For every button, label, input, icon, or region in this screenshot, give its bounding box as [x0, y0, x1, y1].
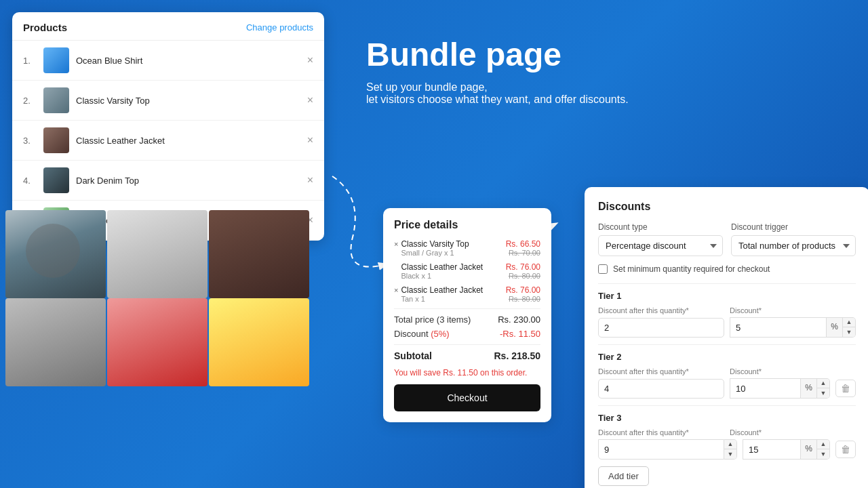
tier-1-qty-input[interactable]: [598, 318, 724, 338]
price-panel-title: Price details: [394, 219, 540, 231]
showcase-img-5: [107, 298, 208, 386]
price-total-row: Total price (3 items) Rs. 230.00: [394, 314, 540, 325]
price-x-1: ×: [394, 240, 398, 248]
change-products-link[interactable]: Change products: [246, 22, 313, 33]
showcase-item-5: [102, 298, 203, 386]
price-x-3: ×: [394, 286, 398, 294]
tier-3-qty-input[interactable]: [598, 439, 724, 460]
product-item: 4. Dark Denim Top ×: [12, 161, 324, 201]
min-qty-label: Set minimum quantity required for checko…: [613, 264, 770, 274]
discounts-panel: Discounts Discount type Percentage disco…: [585, 187, 868, 488]
tier-3-qty-spin-up[interactable]: ▲: [724, 440, 736, 449]
product-remove-btn[interactable]: ×: [307, 55, 313, 66]
discount-type-col: Discount type Percentage discount: [598, 222, 723, 256]
add-tier-button[interactable]: Add tier: [598, 466, 649, 486]
hero-title: Bundle page: [366, 37, 629, 73]
tier-2-delete-btn[interactable]: 🗑: [835, 380, 856, 397]
product-name: Classic Varsity Top: [76, 96, 300, 106]
tier-3-discount-group: % ▲ ▼: [743, 439, 830, 460]
product-item: 2. Classic Varsity Top ×: [12, 81, 324, 121]
tier-3-row: ▲ ▼ % ▲ ▼ 🗑: [598, 439, 856, 460]
price-discount-label: Discount (5%): [394, 329, 450, 339]
tier-2-spin-up[interactable]: ▲: [817, 379, 829, 388]
tier-3-qty-label: Discount after this quantity*: [598, 428, 724, 436]
product-num: 2.: [23, 96, 37, 106]
price-discount-row: Discount (5%) -Rs. 11.50: [394, 329, 540, 339]
product-thumb: [43, 87, 69, 113]
price-original-3: Rs. 80.00: [509, 295, 540, 303]
product-name: Dark Denim Top: [76, 176, 300, 186]
discount-type-row: Discount type Percentage discount Discou…: [598, 222, 856, 256]
tier-1-discount-input[interactable]: [730, 317, 827, 338]
tier-1-spin-up[interactable]: ▲: [843, 318, 855, 327]
product-thumb-img: [43, 47, 69, 73]
tier-2-row: % ▲ ▼ 🗑: [598, 378, 856, 399]
product-remove-btn[interactable]: ×: [307, 95, 313, 106]
product-item: 3. Classic Leather Jacket ×: [12, 121, 324, 161]
product-item: 1. Ocean Blue Shirt ×: [12, 41, 324, 81]
tier-1-discount-label: Discount*: [730, 306, 856, 314]
tier-2-spinners: ▲ ▼: [817, 378, 830, 399]
price-original-2: Rs. 80.00: [509, 272, 540, 280]
discount-badge: (5%): [431, 329, 449, 339]
discount-type-select[interactable]: Percentage discount: [598, 235, 723, 256]
price-current-1: Rs. 66.50: [506, 239, 540, 249]
tier-3-discount-input[interactable]: [743, 439, 801, 460]
price-item-2: × Classic Leather Jacket Black x 1 Rs. 7…: [394, 262, 540, 280]
tier-3-discount-spin-down[interactable]: ▼: [817, 449, 829, 459]
product-name: Ocean Blue Shirt: [76, 56, 300, 66]
min-qty-row: Set minimum quantity required for checko…: [598, 264, 856, 274]
tier-2-col-labels: Discount after this quantity* Discount*: [598, 367, 856, 375]
product-thumb-img: [43, 87, 69, 113]
tier-2-qty-input[interactable]: [598, 379, 724, 399]
price-item-name-3: Classic Leather Jacket: [401, 285, 483, 295]
discount-trigger-select[interactable]: Total number of products: [731, 235, 856, 256]
product-num: 1.: [23, 56, 37, 66]
price-subtotal-row: Subtotal Rs. 218.50: [394, 350, 540, 361]
tier-1-col-labels: Discount after this quantity* Discount*: [598, 306, 856, 314]
price-current-3: Rs. 76.00: [506, 285, 540, 295]
product-num: 3.: [23, 136, 37, 146]
price-subtotal-value: Rs. 218.50: [494, 350, 541, 361]
discount-trigger-col: Discount trigger Total number of product…: [731, 222, 856, 256]
tier-3-delete-btn[interactable]: 🗑: [835, 441, 856, 458]
tier-2-discount-group: % ▲ ▼: [730, 378, 830, 399]
product-name: Classic Leather Jacket: [76, 136, 300, 146]
price-item-1: × Classic Varsity Top Small / Gray x 1 R…: [394, 239, 540, 257]
showcase-item-6: [203, 298, 305, 386]
showcase-img-4: [5, 298, 106, 386]
tier-2-discount-input[interactable]: [730, 378, 801, 399]
price-panel: Price details × Classic Varsity Top Smal…: [383, 208, 551, 422]
price-item-3: × Classic Leather Jacket Tan x 1 Rs. 76.…: [394, 285, 540, 303]
tier-3-discount-label: Discount*: [730, 428, 856, 436]
tier-2-discount-label: Discount*: [730, 367, 856, 375]
tier-3-pct: %: [801, 439, 817, 460]
price-current-2: Rs. 76.00: [506, 262, 540, 272]
tier-3-discount-spin-up[interactable]: ▲: [817, 440, 829, 449]
showcase-area: Shirt Rs. 70.00 Add Classic Varsity Top …: [0, 210, 383, 377]
price-discount-value: -Rs. 11.50: [500, 329, 540, 339]
tier-3-col-labels: Discount after this quantity* Discount*: [598, 428, 856, 436]
tier-3-qty-spin-down[interactable]: ▼: [724, 449, 736, 459]
product-thumb-img: [43, 127, 69, 153]
discount-type-label: Discount type: [598, 222, 723, 232]
product-num: 4.: [23, 176, 37, 186]
product-thumb-img: [43, 167, 69, 193]
price-item-name-1: Classic Varsity Top: [401, 239, 469, 249]
products-header: Products Change products: [12, 12, 324, 41]
min-qty-checkbox[interactable]: [598, 264, 608, 274]
hero-subtitle: Set up your bundle page, let visitors ch…: [366, 81, 629, 106]
discounts-title: Discounts: [598, 201, 856, 213]
product-remove-btn[interactable]: ×: [307, 135, 313, 146]
tier-2-qty-label: Discount after this quantity*: [598, 367, 724, 375]
price-item-variant-3: Tan x 1: [401, 295, 483, 303]
checkout-button[interactable]: Checkout: [394, 384, 540, 411]
tier-1-row: % ▲ ▼: [598, 317, 856, 338]
tier-2-title: Tier 2: [598, 352, 856, 362]
price-save-msg: You will save Rs. 11.50 on this order.: [394, 368, 540, 378]
tier-1-spin-down[interactable]: ▼: [843, 327, 855, 337]
tier-2-spin-down[interactable]: ▼: [817, 388, 829, 398]
tier-1-spinners: ▲ ▼: [843, 317, 856, 338]
product-remove-btn[interactable]: ×: [307, 175, 313, 186]
product-thumb: [43, 127, 69, 153]
